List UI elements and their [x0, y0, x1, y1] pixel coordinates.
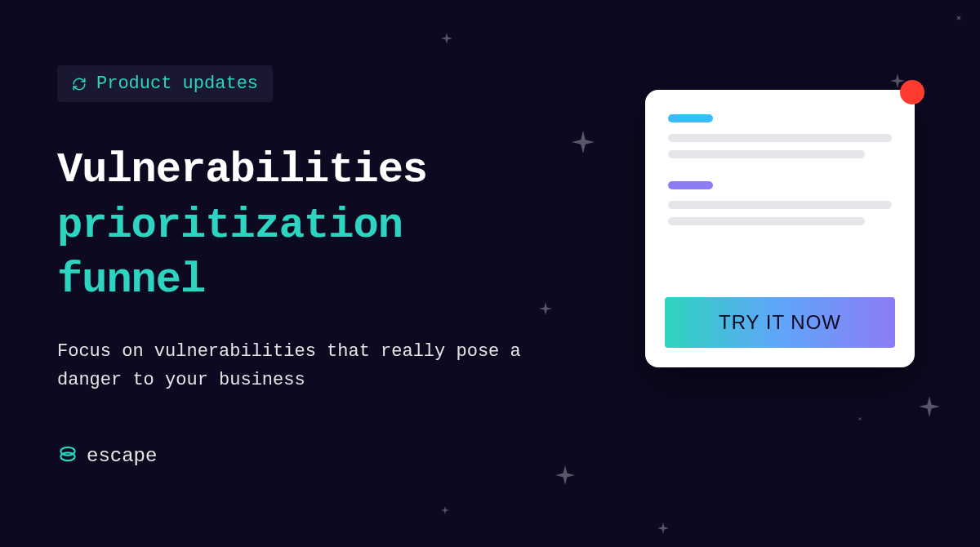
- refresh-icon: [72, 77, 87, 91]
- sparkle-icon: [441, 506, 449, 514]
- placeholder-heading: [668, 114, 713, 122]
- notification-dot-icon: [900, 80, 924, 105]
- subtitle: Focus on vulnerabilities that really pos…: [57, 337, 547, 394]
- svg-point-1: [60, 453, 74, 461]
- hero-content: Product updates Vulnerabilities prioriti…: [57, 65, 547, 469]
- brand-name: escape: [87, 445, 157, 467]
- try-it-now-button[interactable]: TRY IT NOW: [665, 297, 895, 348]
- escape-logo-icon: [57, 443, 78, 469]
- category-badge: Product updates: [57, 65, 273, 102]
- sparkle-icon: [919, 396, 940, 417]
- placeholder-line: [668, 217, 865, 225]
- sparkle-icon: [857, 416, 863, 422]
- preview-card: TRY IT NOW: [645, 90, 915, 367]
- title-line-2: prioritization: [57, 202, 403, 250]
- placeholder-heading: [668, 181, 713, 189]
- page-title: Vulnerabilities prioritization funnel: [57, 143, 547, 309]
- title-line-1: Vulnerabilities: [57, 146, 427, 194]
- sparkle-icon: [555, 465, 575, 485]
- placeholder-line: [668, 201, 892, 209]
- sparkle-icon: [954, 13, 963, 22]
- sparkle-icon: [572, 131, 595, 153]
- badge-label: Product updates: [96, 73, 258, 94]
- sparkle-icon: [657, 523, 669, 534]
- brand-logo: escape: [57, 443, 547, 469]
- title-line-3: funnel: [57, 256, 205, 305]
- cta-label: TRY IT NOW: [719, 311, 841, 334]
- sparkle-icon: [441, 33, 452, 44]
- placeholder-line: [668, 150, 865, 158]
- placeholder-line: [668, 134, 892, 142]
